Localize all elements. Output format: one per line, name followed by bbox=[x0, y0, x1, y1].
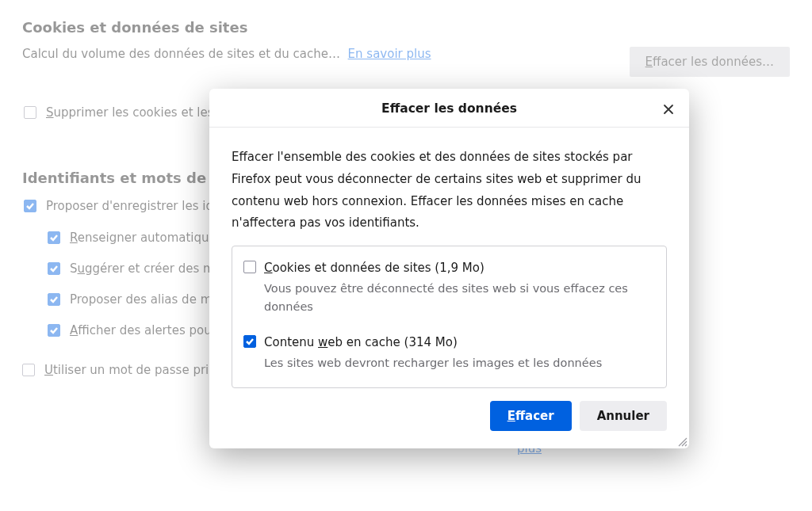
cookies-section-title: Cookies et données de sites bbox=[22, 19, 790, 36]
cancel-button[interactable]: Annuler bbox=[580, 401, 667, 431]
dialog-options-box: Cookies et données de sites (1,9 Mo) Vou… bbox=[232, 246, 667, 388]
dialog-cookies-checkbox[interactable] bbox=[243, 261, 256, 273]
dialog-description: Effacer l'ensemble des cookies et des do… bbox=[232, 147, 667, 235]
resize-handle-icon[interactable] bbox=[676, 436, 688, 447]
relay-checkbox[interactable] bbox=[48, 293, 60, 306]
dialog-cookies-sub: Vous pouvez être déconnecté des sites we… bbox=[264, 280, 653, 316]
dialog-cache-sub: Les sites web devront recharger les imag… bbox=[264, 354, 602, 372]
save-logins-checkbox[interactable] bbox=[24, 200, 36, 212]
suggest-checkbox[interactable] bbox=[48, 262, 60, 275]
calc-line-text: Calcul du volume des données de sites et… bbox=[22, 47, 340, 61]
clear-button[interactable]: Effacer bbox=[490, 401, 572, 431]
clear-data-button-label: E bbox=[645, 55, 653, 69]
dialog-header: Effacer les données bbox=[209, 89, 689, 128]
delete-cookies-checkbox[interactable] bbox=[24, 106, 36, 119]
clear-data-button[interactable]: Effacer les données… bbox=[630, 47, 790, 77]
cookies-learn-more-link[interactable]: En savoir plus bbox=[348, 47, 431, 61]
dialog-cache-checkbox[interactable] bbox=[243, 335, 256, 348]
dialog-title: Effacer les données bbox=[381, 101, 517, 116]
dialog-cookies-label: Cookies et données de sites (1,9 Mo) bbox=[264, 261, 653, 275]
alerts-checkbox[interactable] bbox=[48, 324, 60, 337]
master-pw-checkbox[interactable] bbox=[22, 364, 35, 376]
clear-data-dialog: Effacer les données Effacer l'ensemble d… bbox=[209, 89, 689, 448]
dialog-actions: Effacer Annuler bbox=[209, 401, 689, 448]
autofill-checkbox[interactable] bbox=[48, 231, 60, 244]
dialog-cache-label: Contenu web en cache (314 Mo) bbox=[264, 335, 602, 349]
dialog-body: Effacer l'ensemble des cookies et des do… bbox=[209, 128, 689, 401]
close-icon[interactable] bbox=[659, 100, 678, 119]
